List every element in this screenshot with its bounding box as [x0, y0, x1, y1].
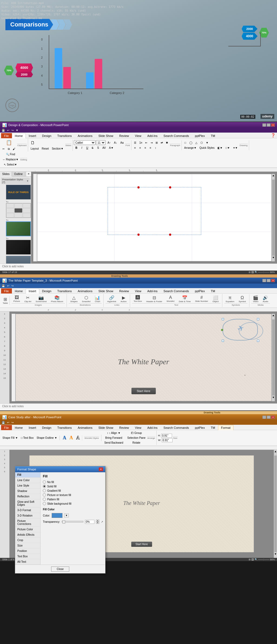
ppt3-scroll-up-btn[interactable]: ▲	[274, 450, 277, 455]
shape-4[interactable]: ⬡	[199, 140, 204, 145]
ppt2-tab-review[interactable]: Review	[116, 288, 132, 294]
ppt3-tab-view[interactable]: View	[132, 425, 144, 430]
slides-tab[interactable]: Slides	[0, 172, 12, 177]
tab-insert[interactable]: Insert	[26, 133, 39, 138]
rotation-handle[interactable]	[221, 329, 223, 331]
transparency-slider[interactable]	[62, 521, 83, 522]
ppt3-tab-pptplex[interactable]: pptPlex	[192, 425, 208, 430]
nav-text-box[interactable]: Text Box	[15, 554, 40, 559]
shadow-btn[interactable]: S	[95, 146, 100, 150]
group-btn[interactable]: ⧠ Group	[126, 431, 147, 435]
ppt1-scrollbar-v[interactable]: ▲ ▼	[272, 174, 275, 261]
customize-quick-btn[interactable]: ▼	[15, 129, 19, 132]
format-painter-btn[interactable]: 🖌	[11, 147, 17, 151]
minimize-button[interactable]: _	[262, 123, 266, 127]
scroll-up-btn[interactable]: ▲	[272, 174, 275, 179]
width-input[interactable]: 0.91"	[162, 438, 173, 442]
insert-action-group[interactable]: ▶ Action	[119, 295, 128, 303]
scroll-thumb[interactable]	[272, 180, 275, 256]
tab-animations[interactable]: Animations	[75, 133, 95, 138]
strikethrough-btn[interactable]: S̶	[90, 146, 95, 150]
redo-quick-btn[interactable]: ↪	[11, 129, 14, 132]
slide-thumb-17[interactable]: 17 Tv	[1, 219, 30, 236]
ppt3-window-controls[interactable]: _ □ ✕	[262, 416, 275, 419]
font-size-select[interactable]: 11	[96, 140, 105, 145]
ppt2-minimize-button[interactable]: _	[262, 279, 266, 282]
insert-smartart-group[interactable]: ⬡ SmartArt	[80, 295, 92, 303]
quick-styles-btn[interactable]: Quick Styles	[198, 146, 216, 150]
shape-more-btn[interactable]: ▼	[205, 140, 210, 145]
nav-3d-rotation[interactable]: 3-D Rotation	[15, 513, 40, 518]
nav-size[interactable]: Size	[15, 543, 40, 548]
ppt2-scroll-up-btn[interactable]: ▲	[272, 314, 275, 319]
ppt2-scroll-thumb[interactable]	[272, 319, 275, 396]
ppt3-tab-review[interactable]: Review	[116, 425, 132, 430]
maximize-button[interactable]: □	[267, 123, 271, 127]
shape-2[interactable]: ◯	[188, 140, 194, 145]
ppt2-scroll-down-btn[interactable]: ▼	[272, 396, 275, 401]
numbering-btn[interactable]: 1≡	[138, 140, 144, 145]
save-quick-btn[interactable]: 💾	[1, 129, 5, 132]
convert-btn[interactable]: ✱	[164, 140, 169, 145]
height-input[interactable]: 0.91"	[161, 434, 172, 438]
ppt3-save-btn[interactable]: 💾	[1, 421, 5, 424]
insert-chart-group[interactable]: 📊 Chart	[93, 295, 102, 303]
char-spacing-btn[interactable]: AV	[101, 146, 107, 150]
shape-fill-btn-ppt3[interactable]: Shape Fill ▼	[1, 436, 19, 440]
ppt3-tab-search[interactable]: Search Commands	[160, 425, 192, 430]
decrease-indent-btn[interactable]: ⇤	[144, 140, 149, 145]
shape-outline-btn-ppt3[interactable]: Shape Outline ▼	[35, 436, 58, 440]
justify-btn[interactable]: ≡	[148, 146, 153, 150]
scroll-down-btn[interactable]: ▼	[272, 256, 275, 261]
tab-home[interactable]: Home	[12, 133, 26, 138]
tab-file[interactable]: File	[1, 133, 12, 138]
wordart-style-2[interactable]: A	[68, 435, 74, 441]
slider-thumb[interactable]	[62, 520, 65, 524]
clear-format-btn[interactable]: Aa	[119, 140, 125, 145]
increase-indent-btn[interactable]: ⇥	[149, 140, 154, 145]
insert-video-group[interactable]: 🎬 Video	[251, 295, 260, 303]
bold-btn[interactable]: B	[74, 146, 79, 150]
slide-thumb-18[interactable]: 18 Tv	[1, 237, 30, 255]
ppt2-slide-canvas[interactable]: ✈ The White Paper Start Here +	[15, 314, 272, 401]
replace-btn[interactable]: ↔ Replace▼	[1, 157, 20, 162]
ppt2-tab-transitions[interactable]: Transitions	[54, 288, 75, 294]
selection-handle-bottom-left[interactable]	[137, 234, 140, 236]
ppt3-tab-tm[interactable]: TM	[208, 425, 218, 430]
insert-table-group[interactable]: ⊞ Table	[1, 296, 10, 305]
ppt3-close-button[interactable]: ✕	[271, 416, 275, 419]
find-btn[interactable]: 🔍 Find	[1, 152, 20, 157]
ppt3-tab-addins[interactable]: Add-Ins	[144, 425, 160, 430]
copy-btn[interactable]: ⧉	[6, 147, 11, 151]
nav-picture-corrections[interactable]: Picture Corrections	[15, 518, 40, 527]
undo-quick-btn[interactable]: ↩	[6, 129, 10, 132]
ppt2-tab-slideshow[interactable]: Slide Show	[95, 288, 116, 294]
tab-tm[interactable]: TM	[208, 133, 218, 138]
italic-btn[interactable]: I	[79, 146, 84, 150]
insert-symbol-group[interactable]: Ω Symbol	[237, 295, 248, 303]
radio-gradient-fill[interactable]: Gradient fill	[43, 489, 103, 492]
ppt3-scroll-thumb[interactable]	[274, 456, 277, 552]
nav-artistic-effects[interactable]: Artistic Effects	[15, 532, 40, 538]
nav-line-color[interactable]: Line Color	[15, 478, 40, 483]
section-btn[interactable]: Section▼	[50, 146, 65, 151]
start-here-button[interactable]: Start Here	[131, 388, 156, 394]
rotate-btn[interactable]: Rotate	[126, 440, 147, 445]
insert-datetime-group[interactable]: 📅 Date & Time	[177, 295, 192, 303]
ppt1-window-controls[interactable]: _ □ ✕	[262, 123, 275, 127]
ppt2-tab-design[interactable]: Design	[39, 288, 54, 294]
shape-outline-btn[interactable]: □▼	[224, 146, 231, 150]
ppt3-tab-home[interactable]: Home	[12, 425, 26, 430]
text-box-btn[interactable]: □ Text Box	[19, 436, 35, 440]
shape-effects-btn[interactable]: ✦▼	[232, 146, 239, 150]
font-color-btn[interactable]: A▼	[108, 146, 115, 150]
radio-no-fill[interactable]: No fill	[43, 480, 103, 484]
ppt2-tab-addins[interactable]: Add-Ins	[144, 288, 160, 294]
shape-3[interactable]: △	[194, 140, 199, 145]
insert-picture-group[interactable]: 🖼 Picture	[12, 295, 22, 303]
align-btn[interactable]: ↕ ↕ Align ▼	[103, 431, 124, 435]
reset-btn[interactable]: Reset	[40, 146, 50, 151]
insert-clipart-group[interactable]: ✂ Clip Art	[23, 295, 33, 303]
nav-line-style[interactable]: Line Style	[15, 483, 40, 488]
layout-btn[interactable]: Layout	[29, 146, 40, 151]
